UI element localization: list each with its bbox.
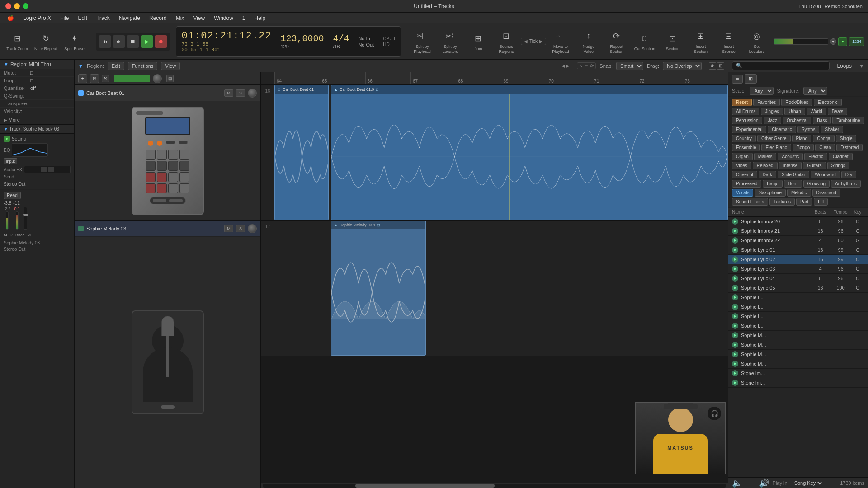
toolbar-item-setlocators[interactable]: ◎ Set Locators bbox=[743, 27, 768, 56]
filter-jingles[interactable]: Jingles bbox=[761, 108, 783, 115]
filter-bass[interactable]: Bass bbox=[813, 117, 831, 124]
filter-distorted[interactable]: Distorted bbox=[836, 144, 863, 151]
loop-row-16[interactable]: ▶ Stone Im... bbox=[728, 369, 868, 378]
filter-single[interactable]: Single bbox=[836, 135, 857, 142]
filter-piano[interactable]: Piano bbox=[792, 135, 812, 142]
loop-play-icon-2[interactable]: ▶ bbox=[732, 237, 738, 244]
menu-edit[interactable]: Edit bbox=[74, 13, 91, 23]
filter-textures[interactable]: Textures bbox=[769, 198, 795, 206]
filter-intense[interactable]: Intense bbox=[779, 162, 802, 169]
col-beats-header[interactable]: Beats bbox=[810, 210, 830, 215]
master-knob[interactable] bbox=[153, 74, 162, 83]
master-fader[interactable] bbox=[114, 75, 150, 82]
toolbar-item-section[interactable]: ⊡ Section bbox=[659, 29, 686, 53]
loop-play-icon-3[interactable]: ▶ bbox=[732, 247, 738, 253]
drum-mute[interactable]: M bbox=[224, 89, 233, 97]
col-tempo-header[interactable]: Tempo bbox=[830, 210, 851, 215]
minimize-button[interactable] bbox=[14, 3, 20, 9]
menu-view[interactable]: View bbox=[189, 13, 208, 23]
loop-row-17[interactable]: ▶ Stone Im... bbox=[728, 378, 868, 388]
filter-electric[interactable]: Electric bbox=[804, 153, 827, 160]
filter-orchestral[interactable]: Orchestral bbox=[783, 117, 811, 124]
filter-cinematic[interactable]: Cinematic bbox=[768, 126, 796, 133]
snap-select[interactable]: Smart bbox=[616, 62, 643, 70]
loop-play-icon-12[interactable]: ▶ bbox=[732, 332, 738, 338]
filter-banjo[interactable]: Banjo bbox=[763, 180, 783, 188]
loop-row-10[interactable]: ▶ Sophie L... bbox=[728, 312, 868, 321]
fader-thumb[interactable] bbox=[23, 214, 28, 216]
filter-processed[interactable]: Processed bbox=[732, 180, 761, 188]
scroll-track[interactable] bbox=[263, 484, 726, 488]
add-track-button[interactable]: + bbox=[78, 74, 87, 83]
filter-dissonant[interactable]: Dissonant bbox=[812, 189, 840, 197]
filter-othergenre[interactable]: Other Genre bbox=[757, 135, 791, 142]
filter-country[interactable]: Country bbox=[732, 135, 756, 142]
inspector-mute-value[interactable]: □ bbox=[30, 70, 33, 75]
inspector-loop-value[interactable]: □ bbox=[30, 78, 33, 83]
track-power-on[interactable]: ● bbox=[4, 136, 10, 142]
drag-select[interactable]: No Overlap bbox=[663, 62, 702, 70]
fast-forward-button[interactable]: ⏭ bbox=[113, 35, 125, 48]
channel-link[interactable] bbox=[24, 166, 71, 173]
midi-button[interactable]: ● bbox=[838, 37, 847, 46]
filter-rockblues[interactable]: Rock/Blues bbox=[781, 99, 812, 106]
filter-tambourine[interactable]: Tambourine bbox=[832, 117, 864, 124]
play-button[interactable]: ▶ bbox=[141, 35, 153, 48]
filter-favorites[interactable]: Favorites bbox=[753, 99, 780, 106]
filter-dark[interactable]: Dark bbox=[759, 171, 776, 178]
filter-guitars[interactable]: Guitars bbox=[803, 162, 826, 169]
sig-select[interactable]: Any bbox=[803, 87, 827, 95]
loop-play-icon-0[interactable]: ▶ bbox=[732, 218, 738, 225]
functions-button[interactable]: Functions bbox=[128, 62, 158, 70]
sophie-clip[interactable]: ▲ Sophie Melody 03.1 ⊡ bbox=[331, 221, 426, 356]
rewind-button[interactable]: ⏮ bbox=[99, 35, 111, 48]
record-button[interactable]: ⏺ bbox=[155, 35, 167, 48]
filter-part[interactable]: Part bbox=[796, 198, 812, 206]
filter-acoustic[interactable]: Acoustic bbox=[778, 153, 803, 160]
loop-play-icon-14[interactable]: ▶ bbox=[732, 351, 738, 357]
toolbar-item-splitbyplayhead[interactable]: ✂⎸ Split by Playhead bbox=[409, 27, 436, 56]
filter-grooving[interactable]: Grooving bbox=[803, 180, 830, 188]
loop-row-3[interactable]: ▶ Sophie Lyric 01 16 99 C bbox=[728, 245, 868, 255]
toolbar-item-bounceregions[interactable]: ⊡ Bounce Regions bbox=[493, 27, 520, 56]
filter-melodic[interactable]: Melodic bbox=[787, 189, 811, 197]
loop-row-7[interactable]: ▶ Sophie Lyric 05 16 100 C bbox=[728, 283, 868, 293]
loop-row-0[interactable]: ▶ Sophie Improv 20 8 96 C bbox=[728, 217, 868, 226]
maximize-button[interactable] bbox=[23, 3, 28, 9]
toolbar-item-spoterase[interactable]: ✦ Spot Erase bbox=[61, 29, 88, 53]
track-options-button[interactable]: ⊟ bbox=[90, 74, 99, 83]
loop-row-14[interactable]: ▶ Sophie M... bbox=[728, 350, 868, 359]
loop-play-icon-4[interactable]: ▶ bbox=[732, 256, 738, 263]
menu-1[interactable]: 1 bbox=[239, 13, 249, 23]
filter-slideguitar[interactable]: Slide Guitar bbox=[778, 171, 809, 178]
toolbar-item-nudge[interactable]: ↕ Nudge Value bbox=[575, 27, 602, 56]
filter-organ[interactable]: Organ bbox=[732, 153, 753, 160]
filter-woodwind[interactable]: Woodwind bbox=[811, 171, 840, 178]
scale-select[interactable]: Any bbox=[750, 87, 774, 95]
loop-play-icon-1[interactable]: ▶ bbox=[732, 228, 738, 234]
filter-beats[interactable]: Beats bbox=[828, 108, 848, 115]
filter-mallets[interactable]: Mallets bbox=[754, 153, 777, 160]
loop-play-icon-9[interactable]: ▶ bbox=[732, 304, 738, 310]
menu-window[interactable]: Window bbox=[210, 13, 237, 23]
menu-file[interactable]: File bbox=[57, 13, 72, 23]
playin-select[interactable]: Song Key bbox=[793, 480, 823, 486]
col-name-header[interactable]: Name bbox=[732, 210, 810, 215]
filter-percussion[interactable]: Percussion bbox=[732, 117, 762, 124]
vocal-solo[interactable]: S bbox=[236, 225, 245, 232]
filter-world[interactable]: World bbox=[807, 108, 826, 115]
loop-play-icon-8[interactable]: ▶ bbox=[732, 294, 738, 300]
read-button[interactable]: Read bbox=[4, 192, 21, 199]
vocal-mute[interactable]: M bbox=[224, 225, 233, 232]
drum-clip-1[interactable]: ⊡ Car Boot Beat 01 bbox=[274, 85, 329, 220]
filter-strings[interactable]: Strings bbox=[827, 162, 849, 169]
loops-arrow[interactable]: ▼ bbox=[859, 63, 864, 69]
loop-play-icon-15[interactable]: ▶ bbox=[732, 361, 738, 367]
filter-dry[interactable]: Dry bbox=[841, 171, 857, 178]
inspector-quantize-value[interactable]: off bbox=[30, 85, 36, 91]
inspector-track-header[interactable]: ▼ Track: Sophie Melody 03 bbox=[0, 124, 74, 134]
loop-play-icon-7[interactable]: ▶ bbox=[732, 285, 738, 291]
filter-saxophone[interactable]: Saxophone bbox=[755, 189, 786, 197]
filter-clean[interactable]: Clean bbox=[815, 144, 835, 151]
filter-shaker[interactable]: Shaker bbox=[821, 126, 843, 133]
